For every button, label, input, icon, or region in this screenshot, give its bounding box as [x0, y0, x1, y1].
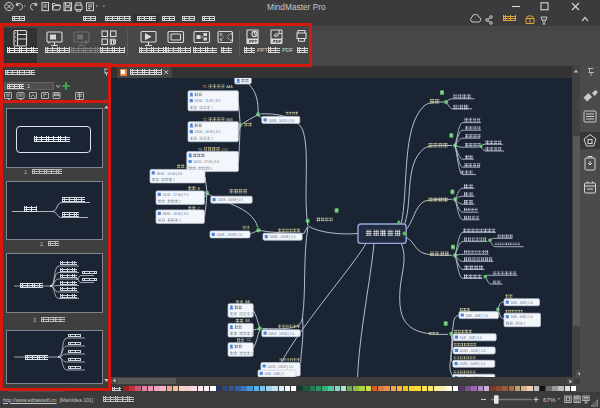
svg-text:10/43 - 10/43 | 1.0: 10/43 - 10/43 | 1.0: [460, 349, 486, 353]
svg-text:10/8 - 10/8 | 1: 10/8 - 10/8 | 1: [264, 372, 284, 376]
svg-text:09:00 - 11:45 | 3.0: 09:00 - 11:45 | 3.0: [194, 99, 220, 103]
svg-text:10/8 - 10/8 | 1.0: 10/8 - 10/8 | 1.0: [465, 314, 487, 318]
svg-text:10/08 - 10/08 | 1.0: 10/08 - 10/08 | 1.0: [216, 233, 242, 237]
svg-text:10/08 - 10/08 | 0.5: 10/08 - 10/08 | 0.5: [217, 198, 243, 202]
svg-text:10/8 - 10/8 | 1.0: 10/8 - 10/8 | 1.0: [460, 336, 482, 340]
svg-text:10/08 - 10/10 | 3.0: 10/08 - 10/10 | 3.0: [268, 119, 294, 123]
svg-text:BB: BB: [245, 319, 250, 323]
svg-text:BBB: BBB: [226, 118, 232, 122]
svg-text::: :: [238, 351, 239, 355]
svg-text:2: 2: [179, 200, 181, 204]
svg-text:1: 1: [211, 106, 213, 110]
svg-text:4: 4: [523, 322, 525, 326]
svg-text:3: 3: [179, 219, 181, 223]
svg-text:CC: CC: [246, 338, 251, 342]
svg-text::: :: [166, 200, 167, 204]
svg-text:CCC: CCC: [221, 148, 229, 152]
svg-text:10/8 - 10/8 | 1.0: 10/8 - 10/8 | 1.0: [510, 301, 532, 305]
svg-text:1: 1: [251, 312, 253, 316]
svg-text:10/03 - 10/03 | 1.0: 10/03 - 10/03 | 1.0: [268, 332, 294, 336]
svg-text:2: 2: [251, 352, 253, 356]
svg-text::: :: [198, 137, 199, 141]
svg-text:10/03 - 10/03 | 1.0: 10/03 - 10/03 | 1.0: [267, 365, 293, 369]
svg-text:3: 3: [210, 167, 212, 171]
svg-text:10/8 - 10/8 | 1.0: 10/8 - 10/8 | 1.0: [510, 315, 532, 319]
svg-text:T2: T2: [203, 118, 207, 122]
svg-text:08:00 - 18:00 | 9.0: 08:00 - 18:00 | 9.0: [162, 212, 188, 216]
svg-text::: :: [166, 219, 167, 223]
svg-text::: :: [198, 106, 199, 110]
svg-text:13:00 - 16:30 | 3.5: 13:00 - 16:30 | 3.5: [194, 130, 220, 134]
svg-text:10/43 - 10/43 | 1.0: 10/43 - 10/43 | 1.0: [459, 362, 485, 366]
svg-text:10/08 - 10/08 | 1.0: 10/08 - 10/08 | 1.0: [269, 235, 295, 239]
svg-text:1: 1: [173, 178, 175, 182]
svg-text:08:00 - 14:00 | 6.0: 08:00 - 14:00 | 6.0: [156, 172, 182, 176]
svg-text:AAA: AAA: [226, 85, 233, 89]
svg-text:T3: T3: [198, 148, 202, 152]
svg-text::: :: [238, 312, 239, 316]
svg-text:14:00 - 17:00 | 3.0: 14:00 - 17:00 | 3.0: [193, 160, 219, 164]
svg-text::: :: [238, 332, 239, 336]
svg-text::: :: [514, 322, 515, 326]
svg-text:T1: T1: [203, 85, 207, 89]
svg-text::: :: [160, 178, 161, 182]
svg-text:4: 4: [251, 332, 253, 336]
svg-text:10:00 - 17:00 | 7.0: 10:00 - 17:00 | 7.0: [162, 193, 188, 197]
svg-text:2: 2: [211, 137, 213, 141]
